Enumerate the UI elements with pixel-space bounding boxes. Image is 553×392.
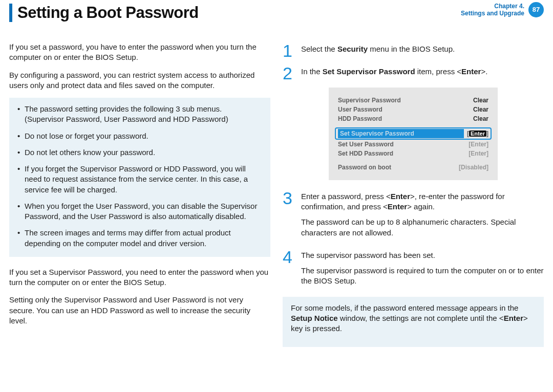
note-item: The screen images and terms may diﬀer fr… bbox=[17, 228, 262, 249]
bios-row: Set HDD Password [Enter] bbox=[338, 149, 488, 158]
step2-text: In the Set Supervisor Password item, pre… bbox=[301, 67, 544, 77]
bios-row: Password on boot [Disabled] bbox=[338, 163, 488, 172]
intro-p1: If you set a password, you have to enter… bbox=[9, 42, 270, 63]
step4-p1: The supervisor password has been set. bbox=[301, 250, 544, 260]
note-item: Do not lose or forget your password. bbox=[17, 131, 262, 141]
bios-row: Set User Password [Enter] bbox=[338, 140, 488, 149]
step-number: 3 bbox=[283, 189, 294, 207]
step-number: 4 bbox=[283, 248, 294, 266]
bios-row: User Password Clear bbox=[338, 105, 488, 114]
intro-p4: Setting only the Supervisor Password and… bbox=[9, 295, 270, 326]
bios-row: HDD Password Clear bbox=[338, 114, 488, 123]
note-item: If you forget the Supervisor Password or… bbox=[17, 164, 262, 195]
bios-screenshot: Supervisor Password Clear User Password … bbox=[329, 88, 498, 180]
bios-highlight-row: Set Supervisor Password [Enter] bbox=[335, 127, 492, 140]
step1-text: Select the Security menu in the BIOS Set… bbox=[301, 44, 544, 54]
note-box-bottom: For some models, if the password entered… bbox=[283, 297, 544, 347]
note-box: The password setting provides the follow… bbox=[9, 98, 270, 257]
step-3: 3 Enter a password, press <Enter>, re-en… bbox=[283, 189, 544, 243]
step-2: 2 In the Set Supervisor Password item, p… bbox=[283, 64, 544, 82]
intro-p3: If you set a Supervisor Password, you ne… bbox=[9, 267, 270, 288]
right-column: 1 Select the Security menu in the BIOS S… bbox=[283, 42, 544, 347]
note-item: The password setting provides the follow… bbox=[17, 104, 262, 125]
bios-row: Supervisor Password Clear bbox=[338, 96, 488, 105]
note-item: Do not let others know your password. bbox=[17, 147, 262, 158]
step-number: 2 bbox=[283, 64, 294, 82]
step-number: 1 bbox=[283, 42, 294, 59]
step-4: 4 The supervisor password has been set. … bbox=[283, 248, 544, 292]
step-1: 1 Select the Security menu in the BIOS S… bbox=[283, 42, 544, 59]
note-item: When you forget the User Password, you c… bbox=[17, 201, 262, 222]
step3-p2: The password can be up to 8 alphanumeric… bbox=[301, 217, 544, 238]
step4-p2: The supervisor password is required to t… bbox=[301, 266, 544, 287]
left-column: If you set a password, you have to enter… bbox=[9, 42, 270, 347]
step3-p1: Enter a password, press <Enter>, re-ente… bbox=[301, 191, 544, 212]
intro-p2: By conﬁguring a password, you can restri… bbox=[9, 70, 270, 91]
note2-text: For some models, if the password entered… bbox=[291, 303, 536, 334]
